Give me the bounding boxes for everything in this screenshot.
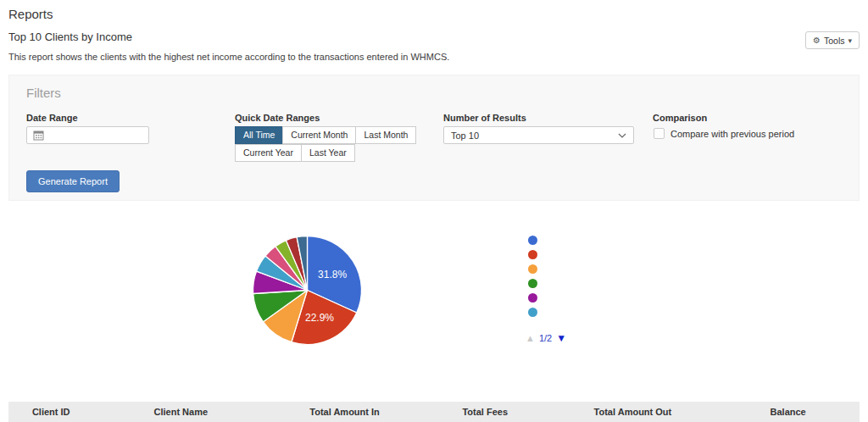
number-of-results-label: Number of Results	[443, 113, 526, 123]
quick-range-last-month-button[interactable]: Last Month	[355, 126, 416, 144]
column-header-client-id: Client ID	[8, 407, 93, 417]
number-of-results-value: Top 10	[451, 130, 479, 141]
income-pie-chart[interactable]: 31.8%22.9%	[251, 234, 364, 347]
comparison-checkbox[interactable]	[654, 128, 665, 139]
quick-date-ranges-row-1: All Time Current Month Last Month	[235, 126, 415, 144]
report-description: This report shows the clients with the h…	[8, 52, 449, 62]
legend-page-indicator: 1/2	[539, 333, 552, 343]
report-title: Top 10 Clients by Income	[8, 31, 132, 43]
filters-heading: Filters	[26, 86, 61, 100]
number-of-results-select[interactable]: Top 10	[443, 126, 634, 144]
column-header-balance: Balance	[716, 407, 860, 417]
quick-range-all-time-button[interactable]: All Time	[235, 126, 283, 144]
legend-dot-1	[528, 236, 537, 245]
quick-date-ranges-row-2: Current Year Last Year	[235, 144, 354, 162]
column-header-total-amount-in: Total Amount In	[268, 407, 421, 417]
quick-range-current-year-button[interactable]: Current Year	[235, 144, 302, 162]
column-header-total-fees: Total Fees	[421, 407, 549, 417]
quick-date-ranges-label: Quick Date Ranges	[235, 113, 320, 123]
tools-button-label: Tools	[824, 36, 845, 46]
pie-slice-label: 31.8%	[318, 269, 347, 280]
legend-next-page-icon[interactable]: ▼	[556, 332, 566, 344]
page-title: Reports	[8, 7, 53, 21]
chevron-down-icon	[618, 133, 626, 138]
pie-slice-label: 22.9%	[305, 312, 334, 324]
results-table-header: Client ID Client Name Total Amount In To…	[8, 402, 860, 422]
legend-dot-3	[528, 264, 537, 274]
tools-button[interactable]: ⚙ Tools ▾	[805, 31, 860, 49]
legend-prev-page-icon[interactable]: ▲	[526, 333, 535, 343]
legend-dot-2	[528, 250, 537, 259]
cogs-icon: ⚙	[813, 36, 821, 45]
chart-legend	[528, 236, 537, 322]
quick-range-last-year-button[interactable]: Last Year	[301, 144, 355, 162]
generate-report-button[interactable]: Generate Report	[26, 170, 120, 192]
comparison-label: Comparison	[653, 113, 707, 123]
comparison-checkbox-row: Compare with previous period	[654, 128, 794, 139]
caret-down-icon: ▾	[848, 36, 852, 45]
comparison-checkbox-label: Compare with previous period	[670, 129, 794, 139]
reports-page: Reports ⚙ Tools ▾ Top 10 Clients by Inco…	[0, 0, 868, 422]
filters-panel: Filters Date Range Quick Date Ranges All…	[8, 75, 860, 201]
legend-pagination: ▲ 1/2 ▼	[526, 332, 566, 344]
date-range-label: Date Range	[26, 113, 78, 123]
legend-dot-6	[528, 308, 537, 317]
column-header-client-name: Client Name	[93, 407, 268, 417]
legend-dot-4	[528, 279, 537, 288]
calendar-icon	[33, 130, 44, 141]
column-header-total-amount-out: Total Amount Out	[549, 407, 717, 417]
legend-dot-5	[528, 293, 537, 303]
date-range-input[interactable]	[26, 126, 149, 144]
quick-range-current-month-button[interactable]: Current Month	[282, 126, 356, 144]
